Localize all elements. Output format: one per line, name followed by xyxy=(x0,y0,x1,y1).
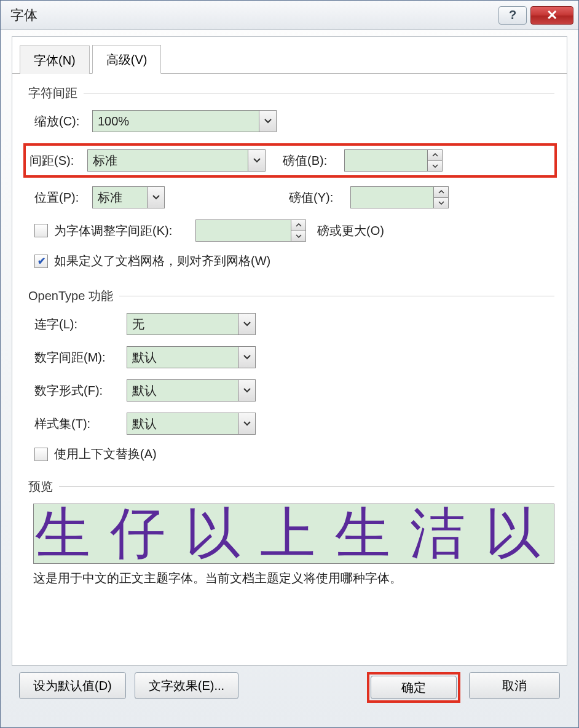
spacing-value: 标准 xyxy=(88,150,248,171)
spacing-points-spinner[interactable] xyxy=(344,149,443,172)
chevron-down-icon xyxy=(238,413,255,434)
scale-label: 缩放(C): xyxy=(34,113,92,130)
button-bar: 设为默认值(D) 文字效果(E)... 确定 取消 xyxy=(12,666,567,703)
chevron-down-icon[interactable] xyxy=(434,198,448,208)
preview-sample-text: 生仔以上生洁以 xyxy=(35,506,554,561)
chevron-down-icon xyxy=(259,111,276,132)
chevron-down-icon[interactable] xyxy=(428,161,442,172)
section-opentype: OpenType 功能 连字(L): 无 数字间距(M): 默认 xyxy=(12,285,567,478)
snap-to-grid-checkbox[interactable] xyxy=(34,255,48,268)
kerning-checkbox[interactable] xyxy=(34,224,48,237)
close-icon: ✕ xyxy=(546,7,557,23)
chevron-up-icon[interactable] xyxy=(434,187,448,198)
spinner-arrows xyxy=(433,187,448,208)
position-points-value xyxy=(351,187,433,208)
chevron-down-icon xyxy=(248,150,265,171)
position-label: 位置(P): xyxy=(34,189,92,206)
set-default-button[interactable]: 设为默认值(D) xyxy=(19,672,126,699)
tab-advanced[interactable]: 高级(V) xyxy=(92,45,162,74)
group-preview-title: 预览 xyxy=(28,478,554,495)
dialog-body: 字体(N) 高级(V) 字符间距 缩放(C): 100% 间距(S): 标准 xyxy=(1,30,578,711)
chevron-down-icon xyxy=(147,187,164,208)
cancel-button[interactable]: 取消 xyxy=(469,672,560,699)
tab-strip: 字体(N) 高级(V) xyxy=(12,42,567,74)
scale-combo[interactable]: 100% xyxy=(92,110,277,132)
spacing-row-highlighted: 间距(S): 标准 磅值(B): xyxy=(23,143,557,178)
ok-button-highlight: 确定 xyxy=(367,672,460,703)
text-effects-button[interactable]: 文字效果(E)... xyxy=(135,672,238,699)
scale-value: 100% xyxy=(93,111,259,132)
help-icon: ? xyxy=(509,8,516,22)
group-char-spacing-title: 字符间距 xyxy=(28,85,554,101)
spacing-label: 间距(S): xyxy=(30,152,87,169)
num-form-combo[interactable]: 默认 xyxy=(127,379,256,402)
style-set-combo[interactable]: 默认 xyxy=(127,413,256,435)
section-char-spacing: 字符间距 缩放(C): 100% 间距(S): 标准 磅值(B): xyxy=(12,74,567,285)
position-combo[interactable]: 标准 xyxy=(92,186,165,208)
spinner-arrows xyxy=(427,150,442,171)
ok-button[interactable]: 确定 xyxy=(371,676,457,699)
position-value: 标准 xyxy=(93,187,147,208)
num-form-value: 默认 xyxy=(127,380,238,401)
snap-to-grid-label: 如果定义了文档网格，则对齐到网格(W) xyxy=(54,253,270,269)
spacing-points-value xyxy=(345,150,427,171)
spacing-combo[interactable]: 标准 xyxy=(87,149,266,172)
group-opentype-title: OpenType 功能 xyxy=(28,288,554,304)
help-button[interactable]: ? xyxy=(498,6,527,25)
chevron-up-icon[interactable] xyxy=(428,150,442,161)
close-button[interactable]: ✕ xyxy=(530,6,573,25)
num-form-label: 数字形式(F): xyxy=(34,382,127,399)
position-points-spinner[interactable] xyxy=(350,186,449,208)
ligatures-value: 无 xyxy=(127,314,238,334)
contextual-alt-label: 使用上下文替换(A) xyxy=(54,446,157,462)
preview-description: 这是用于中文的正文主题字体。当前文档主题定义将使用哪种字体。 xyxy=(33,570,554,587)
contextual-alt-checkbox[interactable] xyxy=(34,448,48,461)
kerning-suffix: 磅或更大(O) xyxy=(317,223,384,239)
content-panel: 字体(N) 高级(V) 字符间距 缩放(C): 100% 间距(S): 标准 xyxy=(12,36,567,666)
preview-box: 生仔以上生洁以 xyxy=(33,504,554,564)
ligatures-label: 连字(L): xyxy=(34,316,127,333)
chevron-down-icon xyxy=(238,314,255,334)
position-points-label: 磅值(Y): xyxy=(289,189,350,206)
chevron-up-icon[interactable] xyxy=(291,220,305,231)
num-spacing-label: 数字间距(M): xyxy=(34,349,127,366)
kerning-spinner[interactable] xyxy=(195,220,306,242)
chevron-down-icon[interactable] xyxy=(291,231,305,242)
chevron-down-icon xyxy=(238,347,255,368)
ligatures-combo[interactable]: 无 xyxy=(127,313,256,335)
style-set-value: 默认 xyxy=(127,413,238,434)
window-title: 字体 xyxy=(10,6,495,25)
spacing-points-label: 磅值(B): xyxy=(283,152,344,169)
tab-font[interactable]: 字体(N) xyxy=(20,46,90,74)
style-set-label: 样式集(T): xyxy=(34,416,127,432)
num-spacing-combo[interactable]: 默认 xyxy=(127,346,256,368)
section-preview: 预览 xyxy=(12,478,567,495)
chevron-down-icon xyxy=(238,380,255,401)
titlebar: 字体 ? ✕ xyxy=(1,1,578,30)
kerning-value xyxy=(196,220,291,241)
spinner-arrows xyxy=(291,220,305,241)
kerning-label: 为字体调整字间距(K): xyxy=(54,223,195,239)
font-dialog-window: 字体 ? ✕ 字体(N) 高级(V) 字符间距 缩放(C): 100% xyxy=(0,0,579,728)
num-spacing-value: 默认 xyxy=(127,347,238,368)
